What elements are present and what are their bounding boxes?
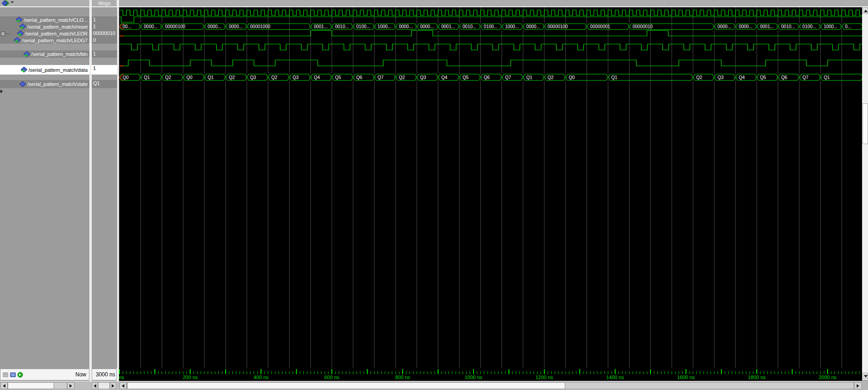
bus-value-label: Q1 (611, 75, 617, 80)
bus-value-label: 0010... (781, 24, 795, 29)
timeline-ruler[interactable]: 0 ns200 ns400 ns600 ns800 ns1000 ns1200 … (119, 368, 862, 381)
signal-value: Q1 (92, 80, 117, 88)
wave-row-data (119, 60, 862, 66)
signal-name: /serial_pattern_match/CLO... (24, 17, 88, 23)
signal-value-panel: 1 1 00000010 0 1 1 Q1 (92, 7, 117, 368)
bus-value-label: Q4 (739, 75, 745, 80)
waveform-area[interactable]: 00...0000...000001000000...0000...000010… (119, 7, 862, 368)
signal-row-data-selected[interactable]: /serial_pattern_match/data (0, 65, 89, 75)
signal-row-clock[interactable]: /serial_pattern_match/CLO... (0, 16, 89, 23)
scroll-left-button[interactable] (92, 382, 98, 389)
timeline-label: 1000 ns (464, 375, 483, 380)
bus-value-label: Q2 (271, 75, 278, 80)
signal-value: 0 (92, 37, 117, 44)
bus-value-label: Q4 (441, 75, 448, 80)
expand-plus-icon[interactable]: + (1, 32, 5, 36)
bus-value-label: Q1 (207, 75, 214, 80)
signal-row-state[interactable]: /serial_pattern_match/state (0, 80, 89, 88)
bus-value-label: Q2 (399, 75, 405, 80)
bus-value-label: Q7 (803, 75, 809, 80)
bus-value-label: Q5 (760, 75, 766, 80)
bus-value-label: Q6 (356, 75, 363, 80)
bus-value-label: Q6 (781, 75, 788, 80)
wave-row-reset (119, 17, 862, 22)
bus-value-label: 1000... (505, 24, 519, 29)
scroll-right-button[interactable] (67, 382, 74, 389)
bus-value-label: 1000... (824, 24, 838, 29)
timeline-label: 2000 ns (819, 375, 837, 380)
doc-icon[interactable] (3, 372, 9, 378)
bus-value-label: Q2 (165, 75, 172, 80)
signal-row-btn[interactable]: /serial_pattern_match/btn (0, 50, 89, 58)
bus-value-label: 0001... (760, 24, 774, 29)
bus-value-label: Q1 (824, 75, 830, 80)
bus-value-label: 0001... (314, 24, 328, 29)
bus-value-label: Q0 (186, 75, 192, 80)
bus-value-label: Q7 (378, 75, 384, 80)
go-icon[interactable] (17, 372, 23, 378)
statusbar-left: Now (0, 369, 89, 380)
statusbar-now-value: 3000 ns (92, 369, 117, 380)
column-header-bar: Msgs (0, 0, 868, 6)
waveform-canvas[interactable]: 00...0000...000001000000...0000...000010… (119, 7, 862, 368)
timeline-label: 600 ns (324, 375, 340, 380)
scroll-thumb[interactable] (8, 382, 54, 389)
timeline-label: 0 ns (119, 375, 124, 380)
signal-icon (17, 30, 24, 36)
timeline-ruler-canvas: 0 ns200 ns400 ns600 ns800 ns1000 ns1200 … (119, 368, 862, 381)
bus-value-label: Q1 (526, 75, 533, 80)
scroll-down-button[interactable] (863, 373, 868, 379)
bus-value-label: 0... (845, 24, 851, 29)
signal-icon (14, 37, 20, 43)
signal-value: 1 (92, 65, 117, 75)
signal-icon (24, 51, 30, 57)
bus-value-label: Q4 (314, 75, 320, 80)
bus-value-label: 0010... (463, 24, 477, 29)
signal-name: /serial_pattern_match/reset (27, 24, 88, 30)
bus-value-label: 00001000 (250, 24, 271, 29)
bus-value-label: 0000... (526, 24, 540, 29)
wave-group-icon[interactable] (2, 0, 10, 6)
signal-name: /serial_pattern_match/state (27, 81, 88, 87)
bus-value-label: Q3 (250, 75, 256, 80)
scroll-left-button[interactable] (0, 382, 8, 389)
timeline-label: 1400 ns (606, 375, 624, 380)
signal-icon (16, 17, 22, 23)
bus-value-label: 0000... (144, 24, 158, 29)
bus-value-label: 0000... (229, 24, 243, 29)
timeline-label: 1800 ns (748, 375, 766, 380)
signal-row-ledr[interactable]: /serial_pattern_match/LEDR (0, 30, 89, 37)
scroll-up-button[interactable] (863, 7, 868, 14)
signal-icon (20, 81, 26, 87)
signal-name: /serial_pattern_match/data (29, 67, 88, 73)
vertical-scrollbar[interactable] (862, 7, 868, 380)
bus-value-label: 0100... (356, 24, 370, 29)
wave-row-ledg7 (119, 30, 862, 36)
scroll-right-button[interactable] (110, 382, 116, 389)
bus-value-label: 0100... (803, 24, 817, 29)
bus-value-label: 0001... (441, 24, 455, 29)
bus-value-label: Q0 (569, 75, 575, 80)
wave-row-state: Q0Q1Q2Q0Q1Q2Q3Q2Q3Q4Q5Q6Q7Q2Q3Q4Q5Q6Q7Q1… (119, 74, 862, 80)
signal-row-reset[interactable]: /serial_pattern_match/reset (0, 23, 89, 30)
msgs-column-header[interactable]: Msgs (92, 0, 117, 6)
signal-row-ledg7[interactable]: /serial_pattern_match/LEDG7 (0, 37, 89, 44)
signal-name: /serial_pattern_match/LEDR (25, 31, 88, 36)
scroll-thumb[interactable] (127, 382, 565, 389)
now-time-value: 3000 ns (96, 371, 115, 378)
timeline-label: 400 ns (253, 375, 269, 380)
timeline-label: 1600 ns (677, 375, 695, 380)
bus-value-label: 00000001 (590, 24, 611, 29)
signal-name: /serial_pattern_match/LEDG7 (22, 38, 88, 43)
bus-value-label: Q2 (229, 75, 235, 80)
scroll-right-button[interactable] (854, 382, 862, 389)
bus-value-label: Q3 (717, 75, 724, 80)
scroll-left-button[interactable] (119, 382, 127, 389)
tree-connector (5, 34, 10, 34)
bus-value-label: Q6 (484, 75, 490, 80)
scroll-thumb[interactable] (863, 103, 868, 144)
scroll-track[interactable] (98, 382, 110, 389)
bus-value-label: 0000... (717, 24, 731, 29)
chevron-down-icon[interactable] (11, 1, 14, 3)
panel-icon[interactable] (10, 372, 16, 378)
